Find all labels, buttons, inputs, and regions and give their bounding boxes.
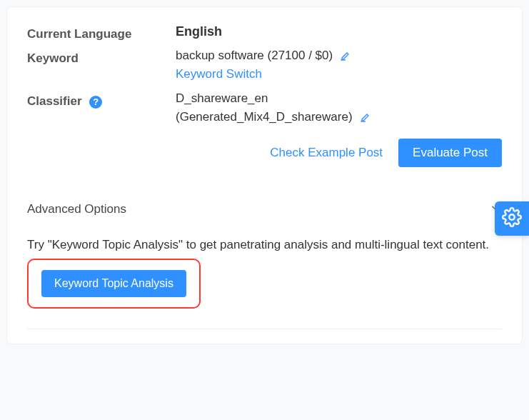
cta-highlight-box: Keyword Topic Analysis [27,259,201,309]
settings-card: Current Language English Keyword backup … [7,7,522,344]
row-keyword: Keyword backup software (27100 / $0) Key… [27,49,502,81]
advanced-options-title: Advanced Options [27,202,126,216]
label-classifier-text: Classifier [27,94,82,108]
edit-keyword-icon[interactable] [340,50,351,61]
help-icon[interactable]: ? [89,96,102,109]
actions-row: Check Example Post Evaluate Post [27,139,502,167]
keyword-topic-analysis-button[interactable]: Keyword Topic Analysis [41,270,186,297]
edit-classifier-icon[interactable] [360,111,371,123]
value-classifier-sub: (Generated_Mix4_D_shareware) [176,110,353,124]
divider [27,329,502,329]
value-classifier: D_shareware_en [176,91,268,106]
value-keyword: backup software (27100 / $0) [176,49,333,63]
advanced-options-body: Try "Keyword Topic Analysis" to get pane… [27,236,502,309]
label-keyword: Keyword [27,49,176,66]
evaluate-post-button[interactable]: Evaluate Post [398,139,502,167]
value-language: English [176,24,222,39]
settings-tab[interactable] [495,201,529,236]
row-language: Current Language English [27,24,502,41]
svg-point-0 [509,214,514,219]
row-classifier: Classifier ? D_shareware_en (Generated_M… [27,91,502,129]
advanced-hint: Try "Keyword Topic Analysis" to get pane… [27,236,502,254]
advanced-options-header[interactable]: Advanced Options [27,201,502,221]
keyword-switch-link[interactable]: Keyword Switch [176,67,262,81]
label-classifier: Classifier ? [27,91,176,109]
gear-icon [502,207,522,230]
label-language: Current Language [27,24,176,41]
check-example-link[interactable]: Check Example Post [270,146,383,160]
